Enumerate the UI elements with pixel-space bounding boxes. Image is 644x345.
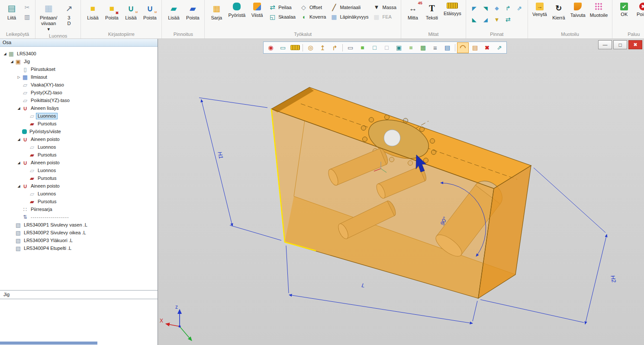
tree-item-piirresarja[interactable]: ∷Piirresarja — [0, 205, 158, 213]
viewport-tool-select-area[interactable]: ▭ — [277, 42, 289, 53]
t-extrude-icon: ▰ — [29, 152, 35, 158]
tree-expander[interactable]: ▷ — [16, 75, 21, 79]
minimize-button[interactable]: — — [598, 40, 612, 49]
viewport-tool-view-copy[interactable]: ▤ — [441, 42, 453, 53]
tree-item-pysty-xz-taso[interactable]: ▱Pysty(XZ)-taso — [0, 89, 158, 96]
viewport-tool-view-hidden[interactable]: □ — [381, 42, 393, 53]
ribbon-button-mitta[interactable]: ↔45Mitta — [403, 1, 422, 21]
tree-item-pursotus[interactable]: ▰Pursotus — [0, 151, 158, 159]
ribbon-button-fea[interactable]: ▦FEA — [372, 13, 397, 20]
tree-item-blank[interactable]: ⇅------------------- — [0, 213, 158, 221]
part-name-field[interactable]: Jig — [0, 290, 158, 299]
tree-item-luonnos[interactable]: ▱Luonnos — [0, 112, 158, 120]
tree-item-aineen-poisto[interactable]: ◢∪Aineen poisto — [0, 159, 158, 166]
tree-item-pursotus[interactable]: ▰Pursotus — [0, 198, 158, 205]
ribbon-button-srf-6[interactable]: ◣ — [469, 15, 480, 24]
ribbon-button-srf-9[interactable]: ⇄ — [503, 15, 513, 24]
viewport-tool-view-list[interactable]: ≡ — [429, 42, 441, 53]
ribbon-button-et-isyys[interactable]: Etäisyys — [441, 1, 464, 16]
viewport-tool-measure-ruler[interactable] — [289, 42, 301, 53]
viewport-tool-snap-corner[interactable]: ↱ — [329, 42, 341, 53]
viewport-tool-view-wire[interactable]: □ — [369, 42, 380, 53]
ribbon-button-sarja[interactable]: ▦Sarja — [207, 1, 226, 21]
ribbon-button-taivuta[interactable]: Taivuta — [568, 1, 588, 18]
ribbon-button-offset[interactable]: ◇Offset — [299, 3, 327, 11]
ribbon-button-srf-3[interactable]: ◆ — [492, 3, 502, 13]
tree-item-lr53400p3-yl-kuori-l[interactable]: ▧LR53400P3 Yläkuori .L — [0, 236, 158, 244]
tree-item-aineen-poisto[interactable]: ◢∪Aineen poisto — [0, 182, 158, 190]
viewport-tool-snap-center[interactable]: ◎ — [305, 42, 316, 53]
tree-item-pursotus[interactable]: ▰Pursotus — [0, 120, 158, 128]
viewport-3d[interactable]: H1 L H2 90° z X — [158, 39, 644, 345]
ribbon-button-teksti[interactable]: TTeksti — [422, 1, 441, 21]
ribbon-button-pintaan-viivaan[interactable]: ▦Pintaan/ viivaan ▾ — [38, 1, 59, 32]
tree-expander[interactable]: ◢ — [16, 184, 21, 188]
viewport-tool-pick-face[interactable]: ▭ — [345, 42, 356, 53]
ribbon-button-viist[interactable]: Viistä — [248, 1, 267, 18]
ribbon-button-srf-5[interactable]: ⇗ — [514, 3, 525, 13]
ribbon-button-srf-8[interactable]: ▼ — [492, 15, 502, 24]
tree-item-lr53400[interactable]: ◢▦LR53400 — [0, 50, 158, 58]
ribbon-button-poistu[interactable]: ✖Poistu — [634, 1, 644, 17]
ribbon-button-copy[interactable]: ▥ — [23, 13, 32, 20]
tree-item-luonnos[interactable]: ▱Luonnos — [0, 190, 158, 198]
viewport-tool-snap-vertical[interactable]: ↥ — [317, 42, 328, 53]
tree-expander[interactable]: ◢ — [3, 52, 7, 56]
viewport-tool-export-view[interactable]: ⇗ — [493, 42, 505, 53]
ribbon-button-lis[interactable]: ■Lisää — [83, 1, 102, 21]
viewport-tool-view-shaded-edges[interactable]: ▣ — [393, 42, 405, 53]
tree-item-lr53400p1-sivulevy-vasen-l[interactable]: ▧LR53400P1 Sivulevy vasen .L — [0, 221, 158, 229]
ribbon-button-py-rist[interactable]: Pyöristä — [226, 1, 248, 18]
ribbon-button-3-d[interactable]: ↗3 D — [59, 1, 78, 26]
ribbon-button-lis[interactable]: ▰Lisää — [164, 1, 183, 21]
tree-item-aineen-lis-ys[interactable]: ◢∪Aineen lisäys — [0, 104, 158, 112]
ribbon-button-skaalaa[interactable]: ◱Skaalaa — [268, 13, 296, 20]
ribbon-button-materiaali[interactable]: ╱Materiaali — [329, 3, 369, 11]
ribbon-button-srf-7[interactable]: ◢ — [480, 15, 491, 24]
ribbon-button-srf-4[interactable]: ↱ — [503, 3, 513, 13]
tree-item-luonnos[interactable]: ▱Luonnos — [0, 143, 158, 151]
tree-item-py-ristys-viiste[interactable]: Pyöristys/viiste — [0, 128, 158, 135]
ribbon-button-ok[interactable]: ✔OK — [615, 1, 634, 17]
tree-item-lr53400p2-sivulevy-oikea-l[interactable]: ▧LR53400P2 Sivulevy oikea .L — [0, 229, 158, 236]
viewport-tool-surface-mode[interactable]: ◠ — [457, 42, 469, 53]
ribbon-button-kierr[interactable]: ↻Kierrä — [549, 1, 568, 21]
tree-item-piirustukset[interactable]: ▯Piirustukset — [0, 65, 158, 73]
ribbon-button-liit[interactable]: ▤Liitä — [2, 1, 21, 21]
ribbon-button-koverra[interactable]: ◖Koverra — [299, 13, 327, 20]
ribbon-button-poista[interactable]: ▰Poista — [183, 1, 202, 21]
viewport-tool-view-light[interactable]: ▩ — [417, 42, 429, 53]
ribbon-button-srf-2[interactable]: ◥ — [480, 3, 491, 13]
tree-expander[interactable]: ◢ — [10, 60, 14, 64]
close-button[interactable]: ✖ — [628, 40, 642, 49]
ribbon-button-poista[interactable]: ■✖Poista — [102, 1, 121, 21]
tree-item-aineen-poisto[interactable]: ◢∪Aineen poisto — [0, 135, 158, 143]
tree-item-lr53400p4-etupelti-l[interactable]: ▧LR53400P4 Etupelti .L — [0, 244, 158, 252]
ribbon-button-muotoile[interactable]: Muotoile — [588, 1, 610, 18]
viewport-tool-view-solid[interactable]: ■ — [357, 42, 368, 53]
ribbon-button-venyt[interactable]: →Venytä — [530, 1, 549, 17]
tree-item-poikittais-yz-taso[interactable]: ▱Poikittais(YZ)-taso — [0, 96, 158, 104]
viewport-tool-view-shade[interactable]: ■ — [405, 42, 417, 53]
ribbon-button-poista[interactable]: ∪¹²Poista — [140, 1, 159, 21]
tree-item-pursotus[interactable]: ▰Pursotus — [0, 174, 158, 182]
viewport-tool-plane-mode[interactable]: ▤ — [469, 42, 481, 53]
viewport-tool-pin[interactable]: ◉ — [265, 42, 277, 53]
maximize-button[interactable]: □ — [613, 40, 627, 49]
tree-item-jig[interactable]: ◢▣Jig — [0, 58, 158, 65]
tree-expander[interactable]: ◢ — [16, 161, 21, 165]
ribbon-button-lis[interactable]: ∪¹²Lisää — [121, 1, 140, 21]
tree-item-luonnos[interactable]: ▱Luonnos — [0, 166, 158, 174]
ribbon-button-massa[interactable]: ▼Massa — [372, 3, 397, 11]
viewport[interactable]: H1 L H2 90° z X ◉▭◎↥↱▭■□□▣■▩≡▤◠▤✖⇗ —□✖ — [158, 39, 644, 345]
ribbon-button-peilaa[interactable]: ⇄Peilaa — [268, 3, 296, 11]
ribbon-button-srf-1[interactable]: ◤ — [469, 3, 480, 13]
tree-expander[interactable]: ◢ — [16, 137, 21, 141]
tree-item-ilmiasut[interactable]: ▷▦Ilmiasut — [0, 73, 158, 81]
horizontal-scrollbar[interactable] — [0, 342, 97, 345]
tree-expander[interactable]: ◢ — [16, 106, 21, 110]
tree-item-vaaka-xy-taso[interactable]: ▱Vaaka(XY)-taso — [0, 81, 158, 89]
ribbon-button-l-pin-kyvyys[interactable]: ▦Läpinäkyvyys — [329, 13, 369, 20]
viewport-tool-delete-element[interactable]: ✖ — [481, 42, 493, 53]
ribbon-button-cut[interactable]: ✂ — [23, 3, 32, 11]
